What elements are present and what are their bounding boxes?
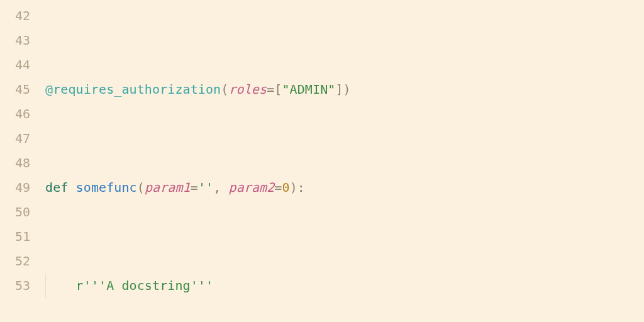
paren-close: ): [343, 82, 351, 97]
code-area[interactable]: @requires_authorization(roles=["ADMIN"])…: [45, 4, 404, 322]
line-number: 48: [9, 151, 30, 175]
line-number: 42: [9, 4, 30, 28]
line-number: 44: [9, 53, 30, 77]
equals-token: =: [274, 180, 282, 195]
function-name: somefunc: [76, 180, 137, 195]
equals-token: =: [191, 180, 198, 195]
decorator-token: @requires_authorization: [45, 82, 221, 97]
param-token: param2: [229, 180, 275, 195]
line-number: 47: [9, 126, 30, 151]
docstring-token: '''A docstring''': [84, 278, 213, 293]
line-number: 46: [9, 102, 30, 126]
line-number: 50: [9, 200, 30, 225]
line-number: 51: [9, 225, 30, 249]
code-line[interactable]: @requires_authorization(roles=["ADMIN"]): [45, 77, 404, 102]
string-token: '': [198, 180, 213, 195]
paren-open: (: [137, 180, 145, 195]
param-token: param1: [145, 180, 191, 195]
equals-token: =: [267, 82, 274, 97]
line-number: 43: [9, 28, 30, 53]
paren-open: (: [221, 82, 228, 97]
line-number: 53: [9, 274, 30, 298]
code-editor[interactable]: 42 43 44 45 46 47 48 49 50 51 52 53 @req…: [0, 0, 644, 322]
line-number: 45: [9, 77, 30, 102]
kwarg-token: roles: [228, 82, 267, 97]
line-number: 52: [9, 249, 30, 274]
paren-close: ): [290, 180, 297, 195]
string-token: "ADMIN": [282, 82, 335, 97]
comma-token: ,: [213, 180, 228, 195]
code-line[interactable]: def somefunc(param1='', param2=0):: [45, 175, 404, 200]
def-keyword: def: [45, 180, 68, 195]
colon-token: :: [297, 180, 305, 195]
bracket-open: [: [274, 82, 282, 97]
indent-guide: [45, 274, 46, 298]
string-prefix: r: [76, 278, 84, 293]
number-token: 0: [282, 180, 290, 195]
line-number-gutter: 42 43 44 45 46 47 48 49 50 51 52 53: [0, 4, 45, 322]
code-line[interactable]: r'''A docstring''': [45, 274, 404, 298]
line-number: 49: [9, 175, 30, 200]
bracket-close: ]: [335, 82, 343, 97]
